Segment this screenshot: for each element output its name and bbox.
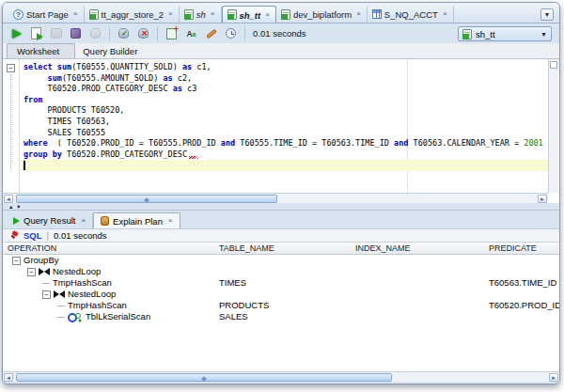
tree-expander[interactable]: − [27, 268, 36, 276]
code-token: from [24, 95, 42, 104]
code-token: SALES T60555 [24, 128, 105, 137]
code-line [24, 160, 548, 171]
table-scan-icon [68, 312, 83, 321]
tab-s-nq-acct[interactable]: S_NQ_ACCT × [368, 6, 454, 23]
splitter-up-icon[interactable]: ▲ [8, 204, 13, 210]
plan-row-tmphashscan-products[interactable]: TmpHashScan PRODUCTS T60520.PROD_ID = [3, 300, 559, 311]
sql-tuning-button[interactable] [87, 25, 103, 41]
separator: | [47, 230, 49, 241]
column-header-table-name[interactable]: TABLE_NAME [219, 243, 274, 253]
toolbar-separator [109, 27, 110, 40]
close-icon[interactable]: × [211, 10, 215, 18]
plan-operation: NestedLoop [68, 289, 116, 300]
column-header-index-name[interactable]: INDEX_NAME [355, 243, 411, 253]
editor-horizontal-scrollbar[interactable]: ◄ ► [3, 193, 548, 203]
commit-button[interactable]: ✓ [116, 25, 132, 41]
code-fold-toggle[interactable]: − [7, 64, 15, 72]
tab-label: sh [196, 8, 206, 20]
explain-plan-button[interactable] [68, 25, 84, 41]
close-icon[interactable]: × [168, 217, 173, 225]
tab-query-result[interactable]: Query Result × [7, 212, 93, 228]
close-icon[interactable]: × [81, 217, 86, 225]
run-script-icon [31, 27, 41, 39]
scroll-left-arrow[interactable]: ◄ [4, 373, 13, 382]
code-line: sum(T60555.AMOUNT_SOLD) as c2, [24, 73, 548, 85]
code-area[interactable]: select sum(T60555.QUANTITY_SOLD) as c1, … [20, 59, 548, 193]
sql-history-button[interactable] [223, 25, 239, 41]
close-icon[interactable]: × [168, 10, 173, 18]
autotrace-button[interactable] [48, 25, 64, 41]
plan-operation: TmpHashScan [53, 277, 112, 289]
code-token: as [173, 84, 182, 93]
plan-row-groupby[interactable]: − GroupBy [3, 255, 559, 266]
tab-sh[interactable]: sh × [180, 6, 222, 23]
tab-label: Start Page [26, 8, 69, 20]
rollback-button[interactable]: ✕ [135, 25, 151, 41]
editor-overview-ruler[interactable] [548, 59, 559, 193]
worksheet-toolbar: ✓ ✕ Aa 0.01 seconds sh_tt ▼ [3, 24, 559, 43]
worksheet-subtabs: Worksheet Query Builder [3, 43, 559, 59]
clear-button[interactable] [203, 25, 219, 41]
tree-expander[interactable]: − [12, 257, 21, 265]
code-token: ( T60520.PROD_ID = T60555.PROD_ID [48, 138, 221, 148]
close-icon[interactable]: × [443, 10, 447, 18]
plan-row-tblkserialscan-sales[interactable]: TblLkSerialScan SALES [3, 311, 559, 322]
explain-plan-icon [70, 28, 81, 39]
worksheet-icon [89, 9, 99, 20]
connection-icon [462, 29, 472, 39]
tree-connector [57, 306, 65, 306]
tab-list-dropdown[interactable]: ▼ [540, 8, 554, 21]
plan-operation: GroupBy [24, 255, 59, 266]
plan-table-name: SALES [219, 311, 248, 322]
worksheet-icon [227, 9, 237, 20]
results-horizontal-scrollbar[interactable]: ◄ ► [3, 371, 559, 382]
tab-worksheet[interactable]: Worksheet [7, 43, 75, 58]
code-line: from [24, 95, 548, 106]
splitter-down-icon[interactable]: ▼ [16, 204, 21, 210]
tab-tt-aggr-store-2[interactable]: tt_aggr_store_2 × [85, 6, 180, 23]
code-token: T60520.PROD_CATEGORY_DESC [24, 84, 173, 93]
close-icon[interactable]: × [265, 11, 270, 19]
tab-explain-plan[interactable]: Explain Plan × [93, 212, 180, 228]
tab-dev-biplatform[interactable]: dev_biplatform × [276, 6, 368, 23]
column-header-predicate[interactable]: PREDICATE [489, 243, 537, 253]
pin-icon[interactable] [10, 231, 19, 240]
worksheet-icon [184, 9, 194, 20]
code-token: select [24, 62, 57, 71]
plan-row-nestedloop-2[interactable]: − NestedLoop [3, 289, 559, 300]
tuning-icon [90, 28, 101, 39]
unshared-worksheet-button[interactable] [164, 25, 180, 41]
tab-query-builder[interactable]: Query Builder [75, 44, 149, 58]
rollback-icon: ✕ [138, 28, 149, 39]
tree-expander[interactable]: − [42, 290, 51, 299]
plan-operation: NestedLoop [53, 266, 101, 277]
tree-connector [57, 317, 65, 318]
tab-start-page[interactable]: ? Start Page × [8, 6, 85, 23]
sql-editor[interactable]: − select sum(T60555.QUANTITY_SOLD) as c1… [3, 59, 559, 203]
tab-sh-tt[interactable]: sh_tt × [222, 6, 276, 23]
code-line: T60520.PROD_CATEGORY_DESC as c3 [24, 84, 548, 95]
close-icon[interactable]: × [73, 10, 78, 18]
run-script-button[interactable] [28, 25, 44, 41]
scroll-right-arrow[interactable]: ► [549, 373, 558, 382]
scrollbar-thumb[interactable] [16, 373, 392, 382]
column-header-operation[interactable]: OPERATION [8, 243, 56, 253]
scroll-left-arrow[interactable]: ◄ [4, 195, 13, 203]
plan-row-tmphashscan-times[interactable]: TmpHashScan TIMES T60563.TIME_ID = [3, 277, 559, 289]
code-token: sum [57, 62, 71, 71]
connection-selector[interactable]: sh_tt ▼ [458, 26, 552, 41]
panel-splitter[interactable]: ▲ ▼ [3, 203, 559, 211]
scroll-right-arrow[interactable]: ► [538, 195, 547, 203]
code-token: (T60555.QUANTITY_SOLD) [71, 62, 182, 71]
toolbar-separator [157, 27, 158, 40]
plan-row-nestedloop-1[interactable]: − NestedLoop [3, 266, 559, 277]
help-icon: ? [13, 9, 24, 20]
join-icon [39, 268, 50, 276]
close-icon[interactable]: × [356, 10, 361, 18]
scrollbar-thumb[interactable] [16, 195, 277, 203]
change-case-button[interactable]: Aa [183, 25, 199, 41]
elapsed-time: 0.01 seconds [253, 28, 306, 39]
explain-plan-toolbar: SQL | 0.01 seconds [3, 228, 559, 243]
plan-tree: − GroupBy − NestedLoop TmpHashScan TIMES… [3, 255, 559, 371]
run-statement-button[interactable] [8, 25, 24, 41]
